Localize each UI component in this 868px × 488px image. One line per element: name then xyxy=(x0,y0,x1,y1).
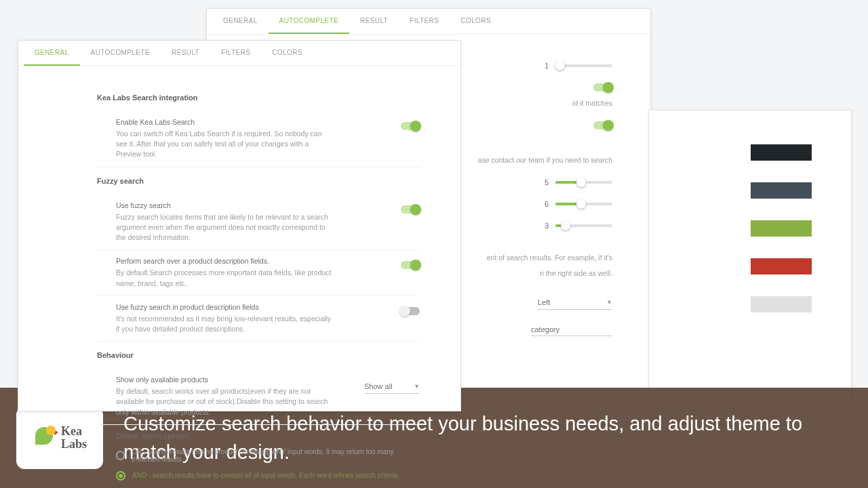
radio-label: OR - search results returns product cont… xyxy=(132,448,420,463)
fuzzy-description-toggle[interactable] xyxy=(401,307,420,315)
slider-label: 3 xyxy=(545,222,549,230)
tab-result[interactable]: RESULT xyxy=(349,9,399,34)
slider[interactable] xyxy=(555,64,612,67)
tabs-front: GENERAL AUTOCOMPLETE RESULT FILTERS COLO… xyxy=(18,41,460,66)
tab-general[interactable]: GENERAL xyxy=(24,41,80,66)
chevron-down-icon: ▼ xyxy=(414,383,420,390)
slider-label: 1 xyxy=(545,62,549,70)
swatches xyxy=(649,110,851,312)
setting-row: Enable Kea Labs Search You can switch of… xyxy=(97,111,420,167)
tabs-back: GENERAL AUTOCOMPLETE RESULT FILTERS COLO… xyxy=(207,9,650,35)
section-title: Kea Labs Search integration xyxy=(97,94,420,102)
setting-title: Use fuzzy search xyxy=(116,201,332,209)
setting-row: Show only available products By default,… xyxy=(97,369,420,425)
category-input[interactable]: category xyxy=(531,323,612,336)
section-title: Fuzzy search xyxy=(97,177,420,185)
color-swatch[interactable] xyxy=(751,144,812,161)
color-swatch[interactable] xyxy=(751,220,812,237)
enable-search-toggle[interactable] xyxy=(401,122,420,130)
setting-desc: Fuzzy search locates items that are like… xyxy=(116,212,332,243)
slider[interactable] xyxy=(555,224,612,227)
tab-autocomplete[interactable]: AUTOCOMPLETE xyxy=(80,41,161,66)
tab-colors[interactable]: COLORS xyxy=(261,41,313,66)
section-title: Behaviour xyxy=(97,351,420,359)
setting-desc: By default Search processes more importa… xyxy=(116,268,332,288)
tab-colors[interactable]: COLORS xyxy=(450,9,502,34)
color-swatch[interactable] xyxy=(751,258,812,274)
setting-row: Use fuzzy search in product description … xyxy=(97,296,420,342)
setting-title: Perform search over a product descriptio… xyxy=(116,257,332,265)
select-value: Left xyxy=(538,298,550,306)
setting-title: Show only available products xyxy=(116,375,332,384)
toggle[interactable] xyxy=(593,121,612,129)
tab-autocomplete[interactable]: AUTOCOMPLETE xyxy=(269,9,349,34)
tab-filters[interactable]: FILTERS xyxy=(399,9,450,34)
setting-title: Default search operator xyxy=(116,432,420,440)
slider-label: 6 xyxy=(545,200,549,208)
tab-general[interactable]: GENERAL xyxy=(212,9,269,34)
slider[interactable] xyxy=(555,181,612,184)
radio-label: AND - search results have to contain all… xyxy=(132,472,400,479)
slider-label: 5 xyxy=(545,178,549,186)
operator-and[interactable]: AND - search results have to contain all… xyxy=(97,467,420,485)
color-swatch[interactable] xyxy=(751,296,812,312)
radio-icon xyxy=(116,471,125,481)
fuzzy-search-toggle[interactable] xyxy=(401,205,420,214)
tab-result[interactable]: RESULT xyxy=(161,41,210,66)
select-value: Show all xyxy=(364,382,393,390)
setting-desc: You can switch off Kea Labs Search if is… xyxy=(116,129,332,160)
setting-desc: It's not recommended as it may bring low… xyxy=(116,314,332,334)
panel-general: GENERAL AUTOCOMPLETE RESULT FILTERS COLO… xyxy=(18,40,461,411)
chevron-down-icon: ▼ xyxy=(606,299,612,306)
setting-row: Default search operator xyxy=(97,425,420,444)
setting-title: Enable Kea Labs Search xyxy=(116,118,332,126)
availability-select[interactable]: Show all ▼ xyxy=(364,380,420,394)
front-content: Kea Labs Search integration Enable Kea L… xyxy=(18,66,460,485)
tab-filters[interactable]: FILTERS xyxy=(210,41,261,66)
slider[interactable] xyxy=(555,203,612,205)
radio-icon xyxy=(116,451,125,460)
description-fields-toggle[interactable] xyxy=(401,261,420,269)
setting-title: Use fuzzy search in product description … xyxy=(116,303,332,311)
toggle[interactable] xyxy=(593,83,612,92)
panel-colors xyxy=(648,110,852,408)
alignment-select[interactable]: Left ▼ xyxy=(538,296,612,310)
operator-or[interactable]: OR - search results returns product cont… xyxy=(97,444,420,467)
color-swatch[interactable] xyxy=(751,182,812,199)
setting-desc: By default, search works over all produc… xyxy=(116,386,332,418)
setting-row: Perform search over a product descriptio… xyxy=(97,250,420,296)
setting-row: Use fuzzy search Fuzzy search locates it… xyxy=(97,195,420,251)
